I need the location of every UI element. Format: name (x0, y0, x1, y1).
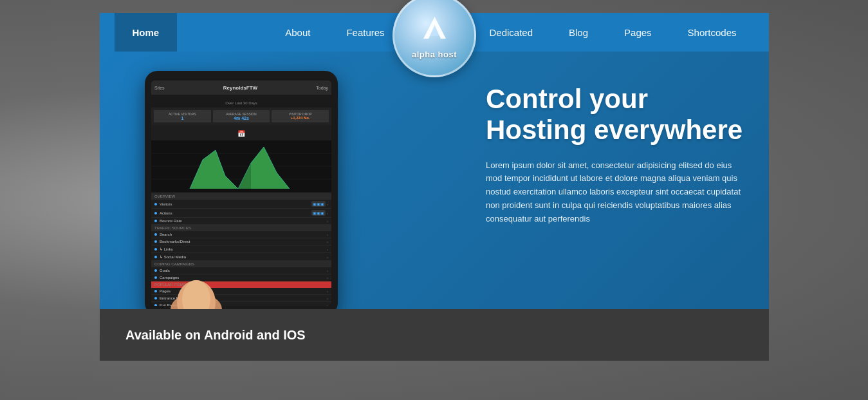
app-stats-bar: ACTIVE VISITORS 1 AVERAGE SESSION 4m 42s… (151, 108, 331, 125)
sidebar-item-bounce: Bounce Rate › (151, 218, 331, 225)
sidebar-item-search: Search › (151, 231, 331, 238)
sidebar-dot (154, 212, 157, 214)
sidebar-dot (154, 276, 157, 279)
sidebar-dot (154, 290, 157, 292)
sidebar-item-actions: Actions ▣▣▣ › (151, 209, 331, 218)
sidebar-dot (154, 233, 157, 236)
sidebar-section-traffic: Traffic Sources (151, 225, 331, 231)
logo-icon (417, 12, 452, 47)
chart-svg (151, 140, 331, 192)
stat-active-visitors: ACTIVE VISITORS 1 (154, 110, 211, 122)
app-calendar-row: 📅 (151, 125, 331, 140)
stat-avg-session: AVERAGE SESSION 4m 42s (213, 110, 270, 122)
tablet-area: Sites ReynoldsFTW Today Over Last 30 Day… (125, 64, 344, 322)
main-container: alpha host Home About Features Hosting D… (100, 13, 769, 399)
nav-item-features[interactable]: Features (328, 13, 402, 52)
app-header-name: ReynoldsFTW (223, 85, 257, 91)
sidebar-item-visitors: Visitors ▣▣▣ › (151, 200, 331, 209)
nav-item-blog[interactable]: Blog (551, 13, 606, 52)
logo-text: alpha host (412, 50, 457, 59)
hero-section: Sites ReynoldsFTW Today Over Last 30 Day… (100, 52, 769, 361)
stat-value-1: 1 (156, 116, 209, 120)
nav-item-pages[interactable]: Pages (606, 13, 670, 52)
sidebar-section-overview: Overview (151, 193, 331, 200)
hero-description: Lorem ipsum dolor sit amet, consectetur … (486, 159, 743, 226)
nav-item-shortcodes[interactable]: Shortcodes (670, 13, 755, 52)
stat-value-3: +1,224 No. (273, 116, 327, 120)
hero-title: Control your Hosting everywhere (486, 84, 743, 146)
sidebar-item-social: ↳ Social Media › (151, 253, 331, 261)
app-chart-area (151, 140, 331, 192)
bottom-bar-title: Available on Android and IOS (125, 328, 306, 343)
nav-item-home[interactable]: Home (115, 13, 178, 52)
app-header-sites: Sites (154, 86, 165, 90)
sidebar-item-links: ↳ Links › (151, 245, 331, 253)
sidebar-dot (154, 203, 157, 205)
sidebar-dot (154, 240, 157, 243)
nav-item-dedicated[interactable]: Dedicated (471, 13, 551, 52)
sidebar-dot (154, 269, 157, 272)
app-header: Sites ReynoldsFTW Today (151, 81, 331, 95)
stat-visitor-drop: VISITOR DROP +1,224 No. (272, 110, 329, 122)
nav-item-about[interactable]: About (267, 13, 328, 52)
bottom-bar: Available on Android and IOS (100, 309, 769, 361)
sidebar-dot (154, 304, 157, 306)
sidebar-section-campaigns: Coming Campaigns (151, 261, 331, 267)
sidebar-dot (154, 256, 157, 258)
stat-value-2: 4m 42s (215, 116, 268, 120)
sidebar-dot (154, 297, 157, 300)
sidebar-dot (154, 220, 157, 222)
hero-content: Control your Hosting everywhere Lorem ip… (486, 84, 743, 245)
navbar: alpha host Home About Features Hosting D… (100, 13, 769, 52)
page-wrapper: alpha host Home About Features Hosting D… (0, 0, 868, 400)
app-header-today: Today (316, 86, 328, 90)
app-period: Over Last 30 Days (151, 95, 331, 108)
sidebar-item-bookmarks: Bookmarks/Direct › (151, 238, 331, 245)
sidebar-dot (154, 248, 157, 251)
